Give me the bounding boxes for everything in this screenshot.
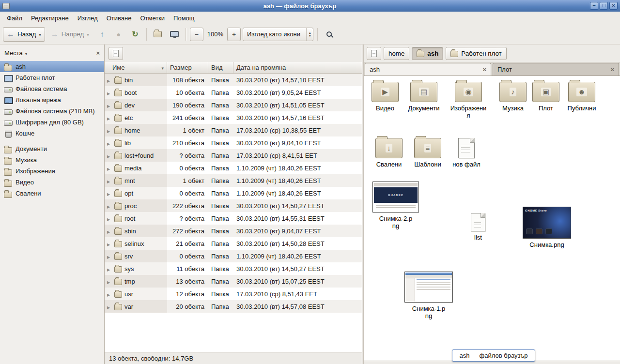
expander-icon[interactable] bbox=[107, 253, 112, 260]
sidebar-item[interactable]: Музика bbox=[0, 154, 104, 166]
icon-item-documents[interactable]: Документи bbox=[404, 82, 443, 112]
expander-icon[interactable] bbox=[107, 89, 112, 96]
search-button[interactable] bbox=[322, 27, 336, 42]
up-button[interactable] bbox=[95, 27, 109, 42]
reload-button[interactable] bbox=[128, 27, 142, 42]
column-header-size[interactable]: Размер bbox=[167, 62, 208, 73]
view-mode-select[interactable]: Изглед като икони bbox=[243, 28, 313, 41]
expander-icon[interactable] bbox=[107, 76, 112, 84]
menu-item[interactable]: Отиване bbox=[102, 13, 136, 24]
path-button-ash[interactable]: ash bbox=[412, 47, 443, 60]
menu-item[interactable]: Отметки bbox=[136, 13, 169, 24]
expander-icon[interactable] bbox=[107, 202, 112, 210]
expander-icon[interactable] bbox=[107, 102, 112, 109]
expander-icon[interactable] bbox=[107, 152, 112, 159]
expander-icon[interactable] bbox=[107, 240, 112, 247]
expander-icon[interactable] bbox=[107, 278, 112, 285]
stop-button[interactable] bbox=[111, 27, 126, 42]
pane-location-button[interactable] bbox=[108, 47, 123, 60]
expander-icon[interactable] bbox=[107, 290, 112, 298]
column-header-name[interactable]: Име bbox=[105, 62, 167, 73]
zoom-out-button[interactable] bbox=[190, 28, 203, 41]
file-row[interactable]: root ? обекта Папка 30.03.2010 (вт) 14,5… bbox=[105, 212, 362, 225]
expander-icon[interactable] bbox=[107, 190, 112, 197]
expander-icon[interactable] bbox=[107, 228, 112, 235]
expander-icon[interactable] bbox=[107, 139, 112, 147]
sidebar-item[interactable]: Документи bbox=[0, 143, 104, 154]
icon-item-snimka[interactable]: GNOME Store Снимка.png bbox=[522, 207, 572, 248]
menu-item[interactable]: Редактиране bbox=[27, 13, 73, 24]
expander-icon[interactable] bbox=[107, 265, 112, 273]
tab-close-icon[interactable] bbox=[610, 66, 614, 73]
zoom-in-button[interactable] bbox=[227, 28, 241, 41]
maximize-button[interactable] bbox=[600, 2, 608, 10]
path-button-desktop[interactable]: Работен плот bbox=[446, 47, 506, 60]
back-button[interactable]: Назад bbox=[3, 27, 45, 42]
home-button[interactable] bbox=[151, 27, 165, 42]
column-header-date[interactable]: Дата на промяна bbox=[233, 62, 362, 73]
column-header-type[interactable]: Вид bbox=[208, 62, 233, 73]
icon-item-snimka-1[interactable]: Снимка-1.png bbox=[403, 272, 454, 319]
file-row[interactable]: media 0 обекта Папка 1.10.2009 (чт) 18,4… bbox=[105, 162, 362, 174]
sidebar-close-button[interactable] bbox=[96, 49, 100, 57]
file-row[interactable]: boot 10 обекта Папка 30.03.2010 (вт) 9,0… bbox=[105, 86, 362, 99]
expander-icon[interactable] bbox=[107, 114, 112, 121]
file-row[interactable]: lib 210 обекта Папка 30.03.2010 (вт) 9,0… bbox=[105, 136, 362, 149]
icon-item-video[interactable]: Видео bbox=[368, 82, 403, 112]
file-row[interactable]: mnt 1 обект Папка 1.10.2009 (чт) 18,40,2… bbox=[105, 174, 362, 187]
icon-item-list[interactable]: list bbox=[464, 213, 493, 241]
expander-icon[interactable] bbox=[107, 165, 112, 172]
icon-item-music[interactable]: Музика bbox=[496, 82, 530, 112]
sidebar-item[interactable]: Файлова система (210 MB) bbox=[0, 106, 104, 117]
icon-view[interactable]: Видео Документи Изображения Музика Плот bbox=[364, 76, 620, 361]
expander-icon[interactable] bbox=[107, 127, 112, 134]
icon-item-new-file[interactable]: нов файл bbox=[451, 138, 482, 168]
sidebar-selector-caret-icon[interactable] bbox=[25, 49, 28, 57]
menu-item[interactable]: Изглед bbox=[73, 13, 102, 24]
menu-item[interactable]: Помощ bbox=[169, 13, 199, 24]
sidebar-item[interactable]: Файлова система bbox=[0, 83, 104, 94]
sidebar-item[interactable]: Свалени bbox=[0, 188, 104, 199]
icon-item-downloads[interactable]: Свалени bbox=[372, 138, 406, 168]
file-row[interactable]: sys 11 обекта Папка 30.03.2010 (вт) 14,5… bbox=[105, 262, 362, 275]
expander-icon[interactable] bbox=[107, 215, 112, 222]
sidebar-item[interactable]: Изображения bbox=[0, 166, 104, 177]
titlebar[interactable]: ash — файлов браузър bbox=[0, 0, 620, 12]
file-row[interactable]: srv 0 обекта Папка 1.10.2009 (чт) 18,40,… bbox=[105, 250, 362, 262]
computer-button[interactable] bbox=[167, 27, 182, 42]
icon-item-templates[interactable]: Шаблони bbox=[410, 138, 445, 168]
file-row[interactable]: var 20 обекта Папка 30.03.2010 (вт) 14,5… bbox=[105, 300, 362, 313]
file-row[interactable]: etc 241 обекта Папка 30.03.2010 (вт) 14,… bbox=[105, 111, 362, 124]
tab-close-icon[interactable] bbox=[482, 66, 486, 73]
expander-icon[interactable] bbox=[107, 177, 112, 184]
sidebar-item[interactable]: ash bbox=[0, 61, 104, 72]
file-row[interactable]: proc 222 обекта Папка 30.03.2010 (вт) 14… bbox=[105, 199, 362, 212]
minimize-button[interactable] bbox=[590, 2, 598, 10]
file-row[interactable]: usr 12 обекта Папка 17.03.2010 (ср) 8,51… bbox=[105, 288, 362, 300]
forward-button[interactable]: Напред bbox=[47, 27, 93, 42]
menu-item[interactable]: Файл bbox=[2, 13, 27, 24]
tab-plot[interactable]: Плот bbox=[493, 63, 619, 76]
file-row[interactable]: tmp 13 обекта Папка 30.03.2010 (вт) 15,0… bbox=[105, 275, 362, 288]
sidebar-item[interactable]: Локална мрежа bbox=[0, 94, 104, 106]
file-row[interactable]: home 1 обект Папка 17.03.2010 (ср) 10,38… bbox=[105, 124, 362, 136]
expander-icon[interactable] bbox=[107, 303, 112, 310]
icon-item-snimka-2[interactable]: GUADEC Снимка-2.png bbox=[372, 182, 420, 229]
sidebar-item[interactable]: Работен плот bbox=[0, 72, 104, 83]
window-icon[interactable] bbox=[2, 3, 10, 9]
file-row[interactable]: dev 190 обекта Папка 30.03.2010 (вт) 14,… bbox=[105, 99, 362, 111]
file-row[interactable]: bin 108 обекта Папка 30.03.2010 (вт) 14,… bbox=[105, 74, 362, 86]
icon-item-desktop[interactable]: Плот bbox=[530, 82, 561, 112]
path-button-home[interactable]: home bbox=[384, 47, 409, 60]
sidebar-item[interactable]: Видео bbox=[0, 177, 104, 188]
tab-ash[interactable]: ash bbox=[365, 63, 491, 76]
file-row[interactable]: selinux 21 обекта Папка 30.03.2010 (вт) … bbox=[105, 237, 362, 250]
icon-item-images[interactable]: Изображения bbox=[449, 82, 488, 119]
icon-item-public[interactable]: Публични bbox=[563, 82, 600, 112]
sidebar-item[interactable]: Кошче bbox=[0, 128, 104, 139]
file-row[interactable]: sbin 272 обекта Папка 30.03.2010 (вт) 9,… bbox=[105, 225, 362, 237]
sidebar-item[interactable]: Шифриран дял (80 GB) bbox=[0, 117, 104, 128]
file-row[interactable]: lost+found ? обекта Папка 17.03.2010 (ср… bbox=[105, 149, 362, 162]
file-row[interactable]: opt 0 обекта Папка 1.10.2009 (чт) 18,40,… bbox=[105, 187, 362, 199]
path-root-button[interactable] bbox=[367, 47, 381, 60]
